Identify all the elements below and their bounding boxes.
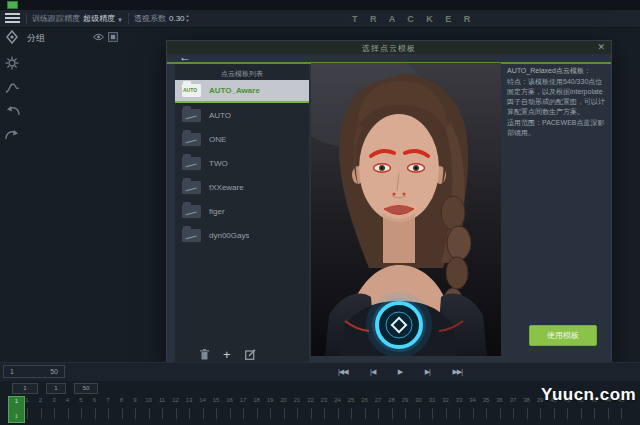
timeline-tick-number: 5 [79, 397, 82, 403]
template-label: ONE [209, 135, 226, 144]
frame-range-box[interactable]: 1 50 [3, 365, 65, 378]
timeline-tick-number: 28 [388, 397, 395, 403]
template-list-item[interactable]: figer [175, 200, 309, 223]
spline-curve-icon[interactable] [5, 82, 21, 98]
precision-dropdown[interactable]: 超级精度 [83, 14, 115, 24]
timeline-tick-mark [513, 408, 514, 419]
timeline-tick-number: 31 [429, 397, 436, 403]
folder-icon [182, 157, 201, 170]
gear-icon[interactable] [5, 56, 21, 72]
folder-icon [182, 133, 201, 146]
timeline-field-end[interactable]: 50 [74, 383, 98, 394]
perspective-label: 透视系数 [134, 14, 166, 24]
folder-icon-label: AUTO [183, 87, 197, 93]
timeline-tick-mark [594, 408, 595, 419]
timeline-tick-mark [68, 408, 69, 419]
timeline-tick-number: 24 [334, 397, 341, 403]
timeline-tick-mark [392, 408, 393, 419]
timeline-tick-mark [108, 408, 109, 419]
folder-icon [182, 109, 201, 122]
skip-end-button[interactable]: ▶▶| [452, 366, 462, 377]
timeline-tick-mark [216, 408, 217, 419]
timeline-tick-number: 37 [510, 397, 517, 403]
timeline-tick-number: 17 [240, 397, 247, 403]
timeline-tick-mark [378, 408, 379, 419]
dialog-titlebar: 选择点云模板 ✕ [167, 41, 611, 54]
timeline-tick-mark [27, 408, 28, 419]
timeline-tick-mark [621, 408, 622, 419]
template-list-item[interactable]: AUTOAUTO_Aware [175, 80, 309, 103]
template-list-item[interactable]: TWO [175, 152, 309, 175]
hamburger-menu-icon[interactable] [5, 13, 20, 24]
timeline-tick-mark [189, 408, 190, 419]
template-list-header: 点云模板列表 [175, 64, 309, 80]
template-label: AUTO [209, 111, 231, 120]
timeline-tick-mark [459, 408, 460, 419]
template-info-body: 特点：该模板使用540/330点位固定方案，以及根据interpolate因子自… [507, 77, 605, 117]
edit-template-icon[interactable] [245, 349, 256, 360]
timeline-tick-number: 20 [280, 397, 287, 403]
timeline-tick-number: 27 [375, 397, 382, 403]
playhead-frame-label: 1 [9, 398, 24, 404]
timeline-tick-number: 6 [93, 397, 96, 403]
timeline-tick-mark [446, 408, 447, 419]
timeline-playhead[interactable]: 1 1 [8, 396, 25, 423]
template-list-item[interactable]: fXXeware [175, 176, 309, 199]
tracker-app-window: 训练跟踪精度 超级精度 ▼ 透视系数 0.30 ▲▼ T R A C K E R… [0, 0, 640, 425]
close-icon[interactable]: ✕ [597, 42, 605, 52]
timeline-tick-number: 36 [496, 397, 503, 403]
apply-template-button[interactable]: 使用模板 [529, 325, 597, 346]
stepper-arrows-icon[interactable]: ▲▼ [184, 13, 191, 25]
dialog-title: 选择点云模板 [167, 43, 611, 54]
timeline-tick-number: 32 [442, 397, 449, 403]
timeline-tick-mark [405, 408, 406, 419]
timeline-field-current[interactable]: 1 [12, 383, 38, 394]
timeline-tick-mark [81, 408, 82, 419]
timeline-tick-mark [608, 408, 609, 419]
undo-arrow-icon[interactable] [5, 106, 21, 122]
template-list-item[interactable]: AUTO [175, 104, 309, 127]
timeline-tick-mark [41, 408, 42, 419]
timeline-tick-mark [351, 408, 352, 419]
timeline-tick-mark [135, 408, 136, 419]
redo-arrow-icon[interactable] [5, 130, 21, 146]
template-label: fXXeware [209, 183, 244, 192]
timeline-tick-number: 15 [213, 397, 220, 403]
template-list-item[interactable]: dyn00Gays [175, 224, 309, 247]
timeline-tick-mark [230, 408, 231, 419]
range-end-value: 50 [50, 366, 58, 377]
play-button[interactable]: ▶ [398, 366, 402, 377]
folder-icon [182, 229, 201, 242]
timeline-field-start[interactable]: 1 [46, 383, 66, 394]
timeline-tick-number: 2 [39, 397, 42, 403]
template-list-item[interactable]: ONE [175, 128, 309, 151]
skip-start-button[interactable]: |◀◀ [338, 366, 348, 377]
perspective-value-field[interactable]: 0.30 [169, 14, 185, 24]
group-icon [5, 30, 21, 46]
timeline-tick-mark [473, 408, 474, 419]
timeline-tick-mark [176, 408, 177, 419]
step-back-button[interactable]: |◀ [370, 366, 375, 377]
delete-trash-icon[interactable] [200, 349, 209, 360]
timeline-tick-number: 25 [348, 397, 355, 403]
add-template-button[interactable]: + [223, 348, 231, 361]
template-list: AUTOAUTO_AwareAUTOONETWOfXXewarefigerdyn… [175, 80, 309, 247]
timeline-tick-number: 1 [25, 397, 28, 403]
timeline-tick-number: 7 [106, 397, 109, 403]
timeline-tick-number: 38 [523, 397, 530, 403]
template-label: figer [209, 207, 225, 216]
chevron-down-icon[interactable]: ▼ [117, 15, 123, 25]
visibility-eye-icon[interactable] [93, 33, 104, 41]
template-label: AUTO_Aware [209, 86, 260, 95]
menubar: 训练跟踪精度 超级精度 ▼ 透视系数 0.30 ▲▼ T R A C K E R [0, 10, 640, 28]
group-row[interactable]: 分组 [0, 29, 122, 46]
step-forward-button[interactable]: ▶| [425, 366, 430, 377]
group-checkbox[interactable] [108, 32, 118, 42]
timeline-tick-mark [527, 408, 528, 419]
timeline-tick-number: 21 [294, 397, 301, 403]
timeline-tick-mark [162, 408, 163, 419]
timeline-tick-number: 16 [226, 397, 233, 403]
template-label: dyn00Gays [209, 231, 249, 240]
timeline-tick-number: 29 [402, 397, 409, 403]
timeline-tick-mark [257, 408, 258, 419]
